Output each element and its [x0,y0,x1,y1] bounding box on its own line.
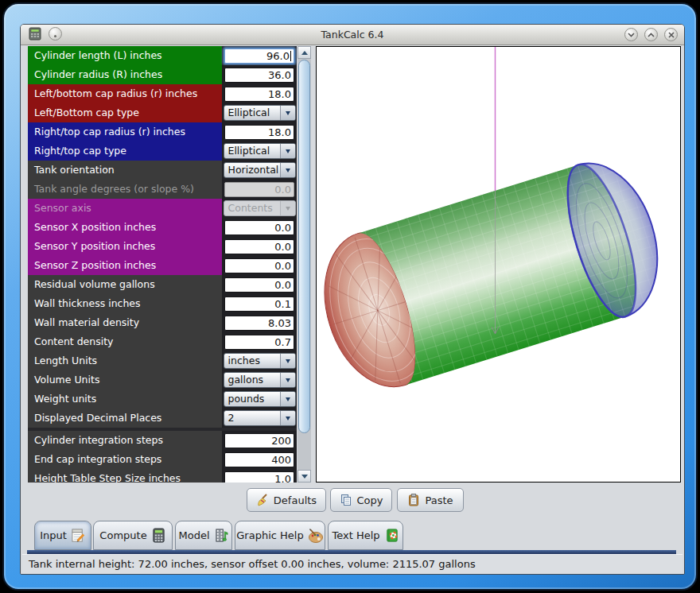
sensor-z-position-inches-input[interactable]: 0.0 [224,258,294,273]
field-label-cylinder-integration-steps: Cylinder integration steps [28,431,222,450]
dropdown-arrow-button [280,201,295,215]
tank-orientation-dropdown[interactable]: Horizontal [224,162,296,178]
minimize-button[interactable] [624,28,638,41]
field-label-wall-material-density: Wall material density [28,313,222,332]
field-value: 0.0 [274,279,291,291]
right-top-cap-type-dropdown[interactable]: Elliptical [224,143,296,159]
end-cap-integration-steps-input[interactable]: 400 [224,452,294,467]
field-zone: 0.0 [222,218,297,237]
app-window: TankCalc 6.4 [2,2,698,591]
status-bar: Tank internal height: 72.00 inches, sens… [22,554,682,574]
tank-3d-view[interactable] [316,46,681,483]
tab-model[interactable]: Model [175,521,232,550]
tab-input-label: Input [40,529,67,541]
residual-volume-gallons-input[interactable]: 0.0 [224,277,294,293]
right-top-cap-radius-r-inches-input[interactable]: 18.0 [224,125,294,140]
dropdown-arrow-button[interactable] [280,163,295,177]
field-zone: 0.0 [222,237,297,256]
field-zone: 0.0 [222,256,297,275]
window-inner: TankCalc 6.4 [20,24,685,575]
field-label-sensor-axis: Sensor axis [28,199,222,218]
field-label-left-bottom-cap-radius-r-inches: Left/bottom cap radius (r) inches [28,84,222,103]
field-label-wall-thickness-inches: Wall thickness inches [28,294,222,313]
dropdown-arrow-button[interactable] [280,106,295,120]
scroll-up-button[interactable] [298,46,311,59]
tab-text-help[interactable]: Text Help [328,521,403,550]
volume-units-dropdown[interactable]: gallons [224,372,296,388]
chevron-up-icon [648,33,655,37]
defaults-button[interactable]: Defaults [247,488,326,512]
dropdown-arrow-button[interactable] [280,392,295,406]
chevron-down-icon [286,169,290,172]
chevron-down-icon [286,111,290,115]
dropdown-arrow-button[interactable] [280,373,295,387]
form-row-cylinder-integration-steps: Cylinder integration steps200 [28,431,297,450]
maximize-button[interactable] [644,28,658,41]
field-zone: 400 [222,450,297,469]
field-label-sensor-y-position-inches: Sensor Y position inches [28,237,222,256]
help-book-icon [384,528,399,543]
displayed-decimal-places-dropdown[interactable]: 2 [224,410,296,426]
dropdown-arrow-button[interactable] [280,411,295,425]
form-row-left-bottom-cap-type: Left/Bottom cap typeElliptical [28,103,297,122]
field-value: 0.0 [274,260,291,272]
dropdown-arrow-button[interactable] [280,354,295,368]
form-scrollbar[interactable] [298,46,311,483]
dropdown-value: 2 [224,411,280,425]
app-calculator-icon [29,27,41,41]
content-density-input[interactable]: 0.7 [224,335,294,350]
cylinder-length-l-inches-input[interactable]: 96.0 [224,48,294,64]
field-label-volume-units: Volume Units [28,370,222,390]
copy-icon [340,494,352,506]
dropdown-value: inches [224,354,280,368]
tab-text-help-label: Text Help [332,529,379,541]
form-row-sensor-axis: Sensor axisContents [28,199,297,218]
field-zone: 8.03 [222,313,297,332]
left-bottom-cap-radius-r-inches-input[interactable]: 18.0 [224,87,294,102]
field-label-right-top-cap-type: Right/top cap type [28,141,222,161]
field-label-residual-volume-gallons: Residual volume gallons [28,275,222,294]
title-bar: TankCalc 6.4 [21,25,684,45]
form-row-sensor-z-position-inches: Sensor Z position inches0.0 [28,256,297,275]
tab-input[interactable]: Input [34,521,91,550]
notepad-pencil-icon [71,528,86,543]
field-label-sensor-x-position-inches: Sensor X position inches [28,218,222,237]
form-row-height-table-step-size-inches: Height Table Step Size inches1.0 [28,469,297,483]
scroll-down-button[interactable] [298,470,311,483]
sensor-x-position-inches-input[interactable]: 0.0 [224,220,294,235]
dropdown-arrow-button[interactable] [280,144,295,158]
field-value: 0.0 [274,241,291,253]
dropdown-value: Contents [224,201,280,215]
field-value: 8.03 [268,317,291,329]
height-table-step-size-inches-input[interactable]: 1.0 [224,471,294,483]
window-menu-button[interactable] [49,27,62,41]
field-label-length-units: Length Units [28,351,222,370]
left-bottom-cap-type-dropdown[interactable]: Elliptical [224,105,296,121]
wall-thickness-inches-input[interactable]: 0.1 [224,296,294,312]
field-zone: 96.0 [222,46,297,65]
copy-button[interactable]: Copy [330,488,392,512]
dropdown-value: Horizontal [224,163,280,177]
tab-compute[interactable]: Compute [93,521,173,550]
close-button[interactable] [664,28,678,41]
field-label-weight-units: Weight units [28,390,222,409]
wall-material-density-input[interactable]: 8.03 [224,316,294,331]
form-row-cylinder-radius-r-inches: Cylinder radius (R) inches36.0 [28,65,297,84]
field-zone: 1.0 [222,469,297,483]
length-units-dropdown[interactable]: inches [224,353,296,369]
paste-button[interactable]: Paste [397,488,464,512]
broom-icon [256,494,269,506]
cylinder-integration-steps-input[interactable]: 200 [224,433,294,448]
scrollbar-thumb[interactable] [298,60,310,433]
tab-graphic-help[interactable]: Graphic Help [235,521,325,550]
field-label-displayed-decimal-places: Displayed Decimal Places [28,409,222,428]
field-zone: 2 [222,409,297,428]
cylinder-radius-r-inches-input[interactable]: 36.0 [224,68,294,83]
weight-units-dropdown[interactable]: pounds [224,391,296,407]
sensor-y-position-inches-input[interactable]: 0.0 [224,239,294,254]
form-row-displayed-decimal-places: Displayed Decimal Places2 [28,409,297,428]
field-zone: 0.0 [222,180,297,199]
content-area: Cylinder length (L) inches96.0Cylinder r… [21,45,684,574]
field-zone: 18.0 [222,84,297,103]
form-row-cylinder-length-l-inches: Cylinder length (L) inches96.0 [28,46,297,65]
